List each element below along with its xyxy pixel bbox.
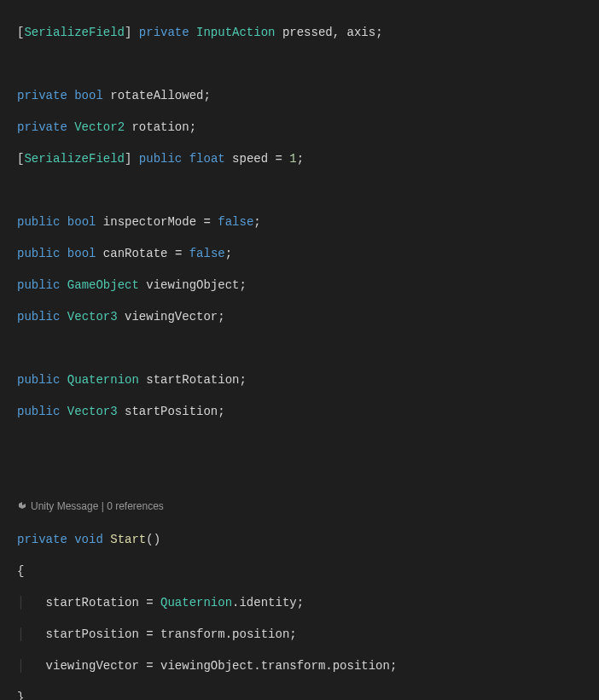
codelens-text: Unity Message | 0 references	[31, 499, 164, 514]
code-line: private void Start()	[17, 532, 599, 548]
blank-line	[17, 56, 599, 73]
code-line: private Vector2 rotation;	[17, 120, 599, 136]
code-line: [SerializeField] private InputAction pre…	[17, 25, 599, 41]
codelens[interactable]: Unity Message | 0 references	[17, 499, 599, 516]
code-line: public Vector3 viewingVector;	[17, 309, 599, 325]
code-editor[interactable]: [SerializeField] private InputAction pre…	[0, 0, 599, 700]
code-line: public Quaternion startRotation;	[17, 372, 599, 388]
code-line: public GameObject viewingObject;	[17, 277, 599, 294]
blank-line	[17, 467, 599, 483]
code-line: public Vector3 startPosition;	[17, 404, 599, 420]
code-line: [SerializeField] public float speed = 1;	[17, 151, 599, 167]
brace: }	[17, 690, 599, 701]
code-line: private bool rotateAllowed;	[17, 88, 599, 104]
code-line: │ startRotation = Quaternion.identity;	[17, 595, 599, 611]
blank-line	[17, 183, 599, 199]
code-line: │ viewingVector = viewingObject.transfor…	[17, 658, 599, 674]
unity-icon	[17, 501, 27, 511]
code-line: public bool inspectorMode = false;	[17, 214, 599, 230]
code-line: │ startPosition = transform.position;	[17, 627, 599, 643]
brace: {	[17, 563, 599, 580]
method-name: Start	[110, 533, 146, 546]
code-line: public bool canRotate = false;	[17, 246, 599, 262]
blank-line	[17, 341, 599, 357]
blank-line	[17, 435, 599, 452]
attribute: SerializeField	[24, 26, 125, 39]
